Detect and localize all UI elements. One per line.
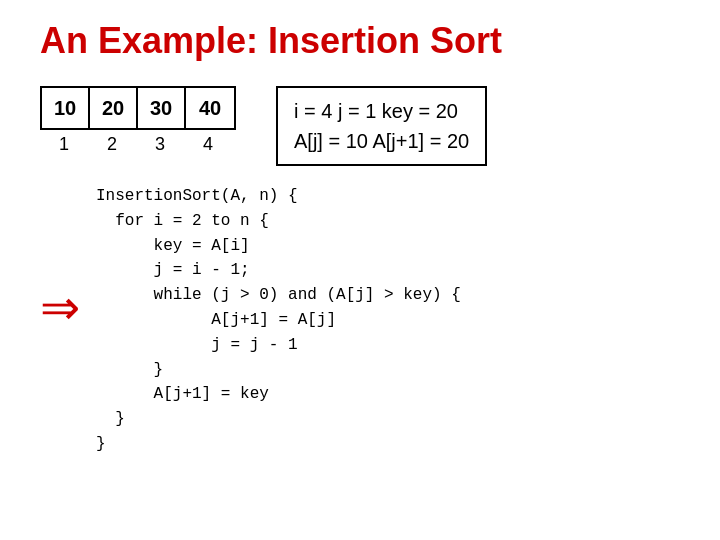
top-section: 10 20 30 40 1 2 3 4 i = 4 j = 1 key = 20… xyxy=(40,86,680,166)
array-index-0: 1 xyxy=(40,134,88,155)
code-line-2: key = A[i] xyxy=(96,234,461,259)
code-line-3: j = i - 1; xyxy=(96,258,461,283)
info-line-1: i = 4 j = 1 key = 20 xyxy=(294,96,469,126)
code-line-0: InsertionSort(A, n) { xyxy=(96,184,461,209)
code-section: ⇒ InsertionSort(A, n) { for i = 2 to n {… xyxy=(40,184,680,457)
arrow-container: ⇒ xyxy=(40,284,80,332)
current-line-arrow: ⇒ xyxy=(40,284,80,332)
array-indices: 1 2 3 4 xyxy=(40,134,232,155)
code-block: InsertionSort(A, n) { for i = 2 to n { k… xyxy=(96,184,461,457)
code-line-1: for i = 2 to n { xyxy=(96,209,461,234)
array-cell-3: 40 xyxy=(186,88,234,128)
page-title: An Example: Insertion Sort xyxy=(40,20,680,62)
array-cells: 10 20 30 40 xyxy=(40,86,236,130)
code-line-7: } xyxy=(96,358,461,383)
code-line-5: A[j+1] = A[j] xyxy=(96,308,461,333)
array-index-3: 4 xyxy=(184,134,232,155)
code-line-8: A[j+1] = key xyxy=(96,382,461,407)
array-container: 10 20 30 40 1 2 3 4 xyxy=(40,86,236,155)
code-line-10: } xyxy=(96,432,461,457)
code-line-4: while (j > 0) and (A[j] > key) { xyxy=(96,283,461,308)
info-line-2: A[j] = 10 A[j+1] = 20 xyxy=(294,126,469,156)
array-cell-2: 30 xyxy=(138,88,186,128)
code-line-9: } xyxy=(96,407,461,432)
array-cell-0: 10 xyxy=(42,88,90,128)
array-cell-1: 20 xyxy=(90,88,138,128)
array-index-1: 2 xyxy=(88,134,136,155)
array-index-2: 3 xyxy=(136,134,184,155)
info-box: i = 4 j = 1 key = 20 A[j] = 10 A[j+1] = … xyxy=(276,86,487,166)
code-line-6: j = j - 1 xyxy=(96,333,461,358)
page: An Example: Insertion Sort 10 20 30 40 1… xyxy=(0,0,720,540)
